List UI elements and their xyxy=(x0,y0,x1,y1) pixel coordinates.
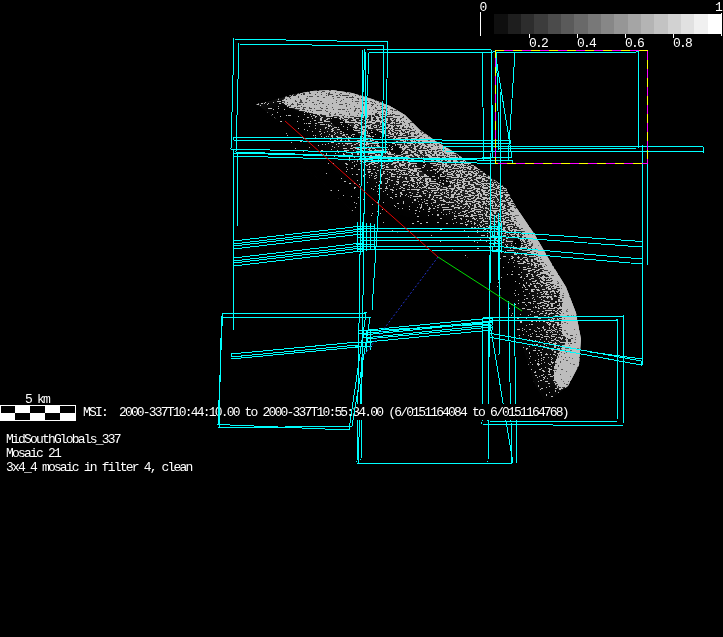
svg-text:1: 1 xyxy=(715,0,723,15)
svg-text:MSI: 2000-337T10:44:10.00 to: MSI: 2000-337T10:44:10.00 to 2000-337T10… xyxy=(83,405,568,420)
svg-text:0.2: 0.2 xyxy=(529,36,548,51)
svg-text:0.8: 0.8 xyxy=(673,36,692,51)
svg-text:0.6: 0.6 xyxy=(625,36,644,51)
svg-text:3x4_4 mosaic in filter 4, clea: 3x4_4 mosaic in filter 4, clean xyxy=(6,460,193,475)
svg-text:Mosaic 21: Mosaic 21 xyxy=(6,446,62,461)
svg-text:0: 0 xyxy=(480,0,487,15)
svg-text:0.4: 0.4 xyxy=(577,36,597,51)
svg-text:5 km: 5 km xyxy=(25,392,51,407)
